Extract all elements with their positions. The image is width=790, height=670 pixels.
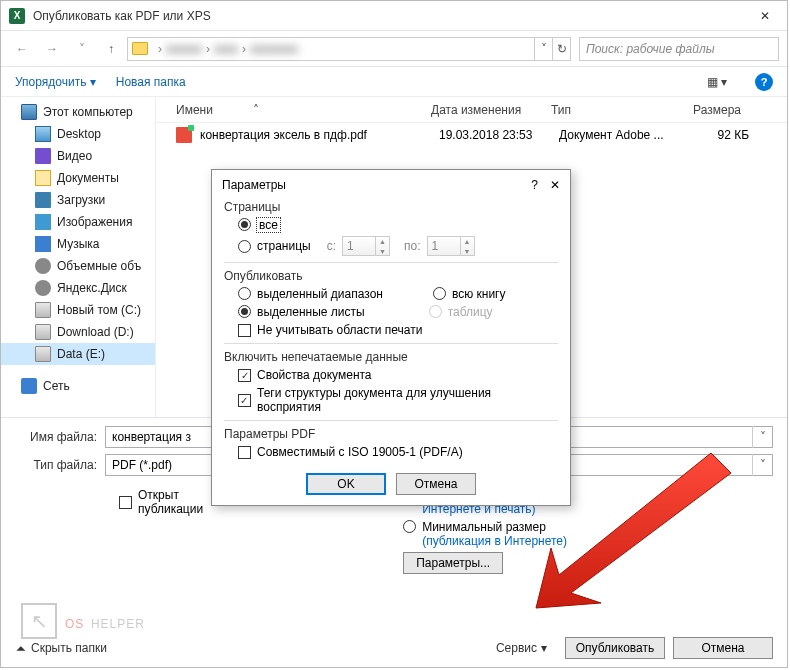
pdf-header: Параметры PDF [224, 427, 558, 441]
struct-tags-checkbox[interactable] [238, 394, 251, 407]
file-type: Документ Adobe ... [559, 128, 679, 142]
sidebar-item-desktop[interactable]: Desktop [1, 123, 155, 145]
back-button[interactable]: ← [9, 36, 35, 62]
organize-button[interactable]: Упорядочить ▾ [15, 75, 96, 89]
cancel-button[interactable]: Отмена [673, 637, 773, 659]
open-after-checkbox[interactable] [119, 496, 132, 509]
filetype-label: Тип файла: [15, 458, 105, 472]
table-radio [429, 305, 442, 318]
ignore-print-checkbox[interactable] [238, 324, 251, 337]
file-name: конвертация эксель в пдф.pdf [200, 128, 439, 142]
pages-all-label: все [257, 218, 280, 232]
optimize-minimal-radio[interactable] [403, 520, 416, 533]
titlebar: X Опубликовать как PDF или XPS ✕ [1, 1, 787, 31]
sidebar-item-video[interactable]: Видео [1, 145, 155, 167]
sidebar-item-pc[interactable]: Этот компьютер [1, 101, 155, 123]
pages-header: Страницы [224, 200, 558, 214]
sidebar: Этот компьютер Desktop Видео Документы З… [1, 97, 156, 417]
sidebar-item-downloads[interactable]: Загрузки [1, 189, 155, 211]
search-input[interactable]: Поиск: рабочие файлы [579, 37, 779, 61]
up-button[interactable]: ↑ [99, 37, 123, 61]
sidebar-item-yandex[interactable]: Яндекс.Диск [1, 277, 155, 299]
sidebar-item-docs[interactable]: Документы [1, 167, 155, 189]
toolbar: Упорядочить ▾ Новая папка ▦ ▾ ? [1, 67, 787, 97]
view-options[interactable]: ▦ ▾ [707, 75, 727, 89]
forward-button[interactable]: → [39, 36, 65, 62]
publish-header: Опубликовать [224, 269, 558, 283]
sidebar-item-network[interactable]: Сеть [1, 375, 155, 397]
dialog-cancel-button[interactable]: Отмена [396, 473, 476, 495]
excel-icon: X [9, 8, 25, 24]
sidebar-item-drive-d[interactable]: Download (D:) [1, 321, 155, 343]
pages-all-radio[interactable] [238, 218, 251, 231]
sidebar-item-volumes[interactable]: Объемные объ [1, 255, 155, 277]
path-dropdown[interactable]: ˅ [534, 38, 552, 60]
file-row[interactable]: конвертация эксель в пдф.pdf 19.03.2018 … [156, 123, 787, 147]
footer: ⏶ Скрыть папки Сервис ▾ Опубликовать Отм… [15, 637, 773, 659]
path-box[interactable]: › xxxxxx› xxxx› xxxxxxxx ˅ ↻ [127, 37, 571, 61]
file-date: 19.03.2018 23:53 [439, 128, 559, 142]
dialog-ok-button[interactable]: OK [306, 473, 386, 495]
hide-folders-button[interactable]: ⏶ Скрыть папки [15, 641, 107, 655]
new-folder-button[interactable]: Новая папка [116, 75, 186, 89]
folder-icon [132, 42, 148, 55]
whole-book-radio[interactable] [433, 287, 446, 300]
dialog-help-button[interactable]: ? [531, 178, 538, 192]
column-headers[interactable]: Имени˄ Дата изменения Тип Размера [156, 97, 787, 123]
iso-checkbox[interactable] [238, 446, 251, 459]
nonprint-header: Включить непечатаемые данные [224, 350, 558, 364]
help-icon[interactable]: ? [755, 73, 773, 91]
options-dialog: Параметры ? ✕ Страницы все страницы с: 1… [211, 169, 571, 506]
sel-sheets-radio[interactable] [238, 305, 251, 318]
open-after-label: Открытпубликации [138, 488, 203, 516]
sort-icon: ˄ [253, 103, 259, 117]
window-title: Опубликовать как PDF или XPS [33, 9, 742, 23]
navbar: ← → ˅ ↑ › xxxxxx› xxxx› xxxxxxxx ˅ ↻ Пои… [1, 31, 787, 67]
service-dropdown[interactable]: Сервис ▾ [496, 641, 547, 655]
doc-props-checkbox[interactable] [238, 369, 251, 382]
file-size: 92 КБ [679, 128, 749, 142]
close-button[interactable]: ✕ [742, 1, 787, 31]
publish-button[interactable]: Опубликовать [565, 637, 665, 659]
watermark: ↖ OS HELPER [21, 603, 145, 639]
pdf-icon [176, 127, 192, 143]
sidebar-item-music[interactable]: Музыка [1, 233, 155, 255]
sidebar-item-drive-c[interactable]: Новый том (C:) [1, 299, 155, 321]
page-from-input[interactable]: 1▲▼ [342, 236, 390, 256]
dialog-title: Параметры [222, 178, 531, 192]
sidebar-item-drive-e[interactable]: Data (E:) [1, 343, 155, 365]
filename-label: Имя файла: [15, 430, 105, 444]
options-button[interactable]: Параметры... [403, 552, 503, 574]
refresh-button[interactable]: ↻ [552, 38, 570, 60]
cursor-icon: ↖ [21, 603, 57, 639]
recent-dropdown[interactable]: ˅ [69, 36, 95, 62]
sidebar-item-images[interactable]: Изображения [1, 211, 155, 233]
pages-range-label: страницы [257, 239, 311, 253]
page-to-input[interactable]: 1▲▼ [427, 236, 475, 256]
sel-range-radio[interactable] [238, 287, 251, 300]
dialog-close-button[interactable]: ✕ [550, 178, 560, 192]
pages-range-radio[interactable] [238, 240, 251, 253]
optimize-minimal-label: Минимальный размер (публикация в Интерне… [422, 520, 572, 548]
